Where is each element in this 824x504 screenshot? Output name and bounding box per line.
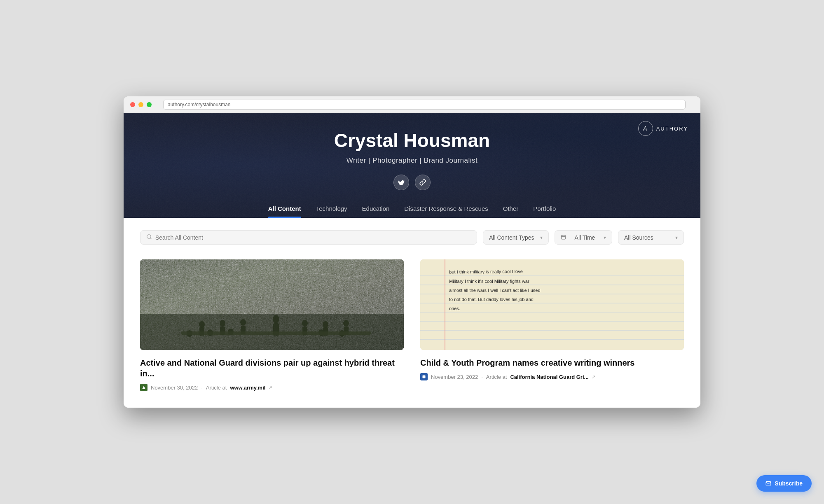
article-title-1: Active and National Guard divisions pair… xyxy=(140,357,404,379)
window-minimize-dot[interactable] xyxy=(138,102,143,107)
svg-text:ones.: ones. xyxy=(449,306,460,311)
article-date-2: November 23, 2022 xyxy=(431,374,478,380)
article-type-2: Article at xyxy=(486,374,507,380)
source-icon-1 xyxy=(140,384,147,391)
calendar-icon xyxy=(561,234,566,241)
article-title-2: Child & Youth Program names creative wri… xyxy=(420,357,684,368)
tab-technology[interactable]: Technology xyxy=(316,205,347,218)
time-label: All Time xyxy=(575,234,595,241)
articles-grid: Active and National Guard divisions pair… xyxy=(140,259,684,391)
time-chevron-icon: ▾ xyxy=(604,235,606,240)
subscribe-label: Subscribe xyxy=(775,480,803,487)
svg-text:Military I think it's cool Mil: Military I think it's cool Military figh… xyxy=(449,279,529,284)
url-text: authory.com/crystalhousman xyxy=(168,102,231,107)
article-date-1: November 30, 2022 xyxy=(151,385,198,391)
content-type-filter[interactable]: All Content Types ▾ xyxy=(483,230,549,245)
social-icons xyxy=(132,175,692,190)
nav-tabs: All Content Technology Education Disaste… xyxy=(132,205,692,218)
address-bar: authory.com/crystalhousman xyxy=(163,100,686,110)
search-input[interactable] xyxy=(155,234,471,241)
browser-window: authory.com/crystalhousman A AUTHORY Cry… xyxy=(124,96,700,408)
content-type-chevron-icon: ▾ xyxy=(540,235,543,240)
svg-rect-43 xyxy=(766,482,771,485)
tab-other[interactable]: Other xyxy=(503,205,519,218)
window-maximize-dot[interactable] xyxy=(147,102,152,107)
external-link-icon-2: ↗ xyxy=(592,374,595,380)
source-icon-2 xyxy=(420,373,428,380)
profile-subtitle: Writer | Photographer | Brand Journalist xyxy=(132,156,692,165)
svg-point-0 xyxy=(147,235,151,238)
svg-rect-42 xyxy=(423,376,426,378)
search-icon xyxy=(146,234,152,241)
sources-label: All Sources xyxy=(624,234,653,241)
separator-1: · xyxy=(201,385,203,391)
content-area: All Content Types ▾ All Time ▾ All Sourc… xyxy=(124,218,700,408)
tab-portfolio[interactable]: Portfolio xyxy=(533,205,556,218)
article-image-2: but I think military is really cool I lo… xyxy=(420,259,684,350)
svg-text:but I think military is really: but I think military is really cool I lo… xyxy=(449,269,523,275)
article-meta-2: November 23, 2022 · Article at Californi… xyxy=(420,373,684,380)
svg-text:to not do that. But daddy love: to not do that. But daddy loves his job … xyxy=(449,297,534,302)
svg-rect-25 xyxy=(140,314,404,350)
svg-rect-1 xyxy=(562,235,566,239)
article-source-1[interactable]: www.army.mil xyxy=(230,385,265,391)
svg-text:almost all the wars I well I c: almost all the wars I well I can't act l… xyxy=(449,288,541,293)
sources-chevron-icon: ▾ xyxy=(675,235,678,240)
window-close-dot[interactable] xyxy=(130,102,135,107)
separator-2: · xyxy=(481,374,483,380)
svg-marker-26 xyxy=(142,386,145,389)
article-type-1: Article at xyxy=(206,385,227,391)
article-card-2[interactable]: but I think military is really cool I lo… xyxy=(420,259,684,391)
content-type-label: All Content Types xyxy=(489,234,534,241)
tab-education[interactable]: Education xyxy=(362,205,390,218)
link-button[interactable] xyxy=(415,175,431,190)
tab-all-content[interactable]: All Content xyxy=(268,205,301,218)
time-filter[interactable]: All Time ▾ xyxy=(555,230,612,245)
site-header: A AUTHORY Crystal Housman Writer | Photo… xyxy=(124,113,700,218)
tab-disaster-response[interactable]: Disaster Response & Rescues xyxy=(404,205,488,218)
filters-row: All Content Types ▾ All Time ▾ All Sourc… xyxy=(140,230,684,245)
article-source-2[interactable]: California National Guard Gri... xyxy=(510,374,588,380)
article-image-1 xyxy=(140,259,404,350)
browser-chrome: authory.com/crystalhousman xyxy=(124,96,700,113)
sources-filter[interactable]: All Sources ▾ xyxy=(618,230,684,245)
external-link-icon-1: ↗ xyxy=(269,385,272,390)
article-card-1[interactable]: Active and National Guard divisions pair… xyxy=(140,259,404,391)
profile-name: Crystal Housman xyxy=(132,129,692,152)
article-meta-1: November 30, 2022 · Article at www.army.… xyxy=(140,384,404,391)
twitter-button[interactable] xyxy=(393,175,409,190)
subscribe-button[interactable]: Subscribe xyxy=(756,475,812,492)
subscribe-icon xyxy=(765,480,771,487)
search-filter[interactable] xyxy=(140,230,477,245)
